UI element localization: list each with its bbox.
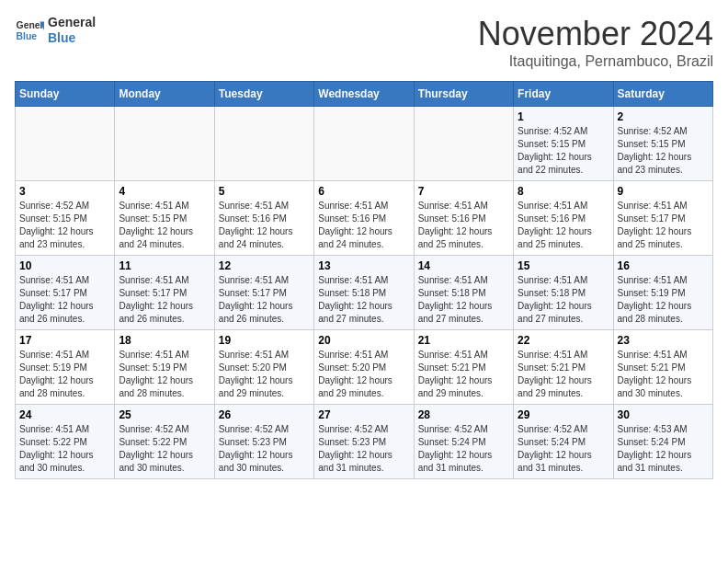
calendar-cell <box>414 107 513 181</box>
calendar-cell: 21Sunrise: 4:51 AMSunset: 5:21 PMDayligh… <box>414 330 513 405</box>
day-number: 6 <box>318 185 409 198</box>
day-info: Sunrise: 4:52 AMSunset: 5:23 PMDaylight:… <box>219 423 310 475</box>
day-info: Sunrise: 4:52 AMSunset: 5:22 PMDaylight:… <box>119 423 210 475</box>
day-number: 27 <box>318 408 409 421</box>
day-number: 24 <box>19 408 110 421</box>
calendar-cell <box>314 107 414 181</box>
day-number: 19 <box>219 334 310 347</box>
day-number: 16 <box>618 259 709 272</box>
day-number: 15 <box>518 259 609 272</box>
calendar-cell: 25Sunrise: 4:52 AMSunset: 5:22 PMDayligh… <box>115 405 214 479</box>
calendar-cell: 11Sunrise: 4:51 AMSunset: 5:17 PMDayligh… <box>115 256 214 330</box>
calendar-week-1: 1Sunrise: 4:52 AMSunset: 5:15 PMDaylight… <box>16 107 713 181</box>
calendar-week-5: 24Sunrise: 4:51 AMSunset: 5:22 PMDayligh… <box>16 405 713 479</box>
calendar-cell: 28Sunrise: 4:52 AMSunset: 5:24 PMDayligh… <box>414 405 513 479</box>
day-number: 20 <box>318 334 409 347</box>
day-info: Sunrise: 4:51 AMSunset: 5:21 PMDaylight:… <box>618 349 709 400</box>
logo-text: General Blue <box>48 15 96 46</box>
calendar-cell: 16Sunrise: 4:51 AMSunset: 5:19 PMDayligh… <box>613 256 712 330</box>
calendar-cell: 3Sunrise: 4:52 AMSunset: 5:15 PMDaylight… <box>16 181 115 256</box>
weekday-header-thursday: Thursday <box>414 82 513 107</box>
calendar-cell: 27Sunrise: 4:52 AMSunset: 5:23 PMDayligh… <box>314 405 414 479</box>
location-title: Itaquitinga, Pernambuco, Brazil <box>478 53 713 70</box>
calendar-cell: 19Sunrise: 4:51 AMSunset: 5:20 PMDayligh… <box>214 330 313 405</box>
calendar-cell: 10Sunrise: 4:51 AMSunset: 5:17 PMDayligh… <box>16 256 115 330</box>
day-info: Sunrise: 4:51 AMSunset: 5:17 PMDaylight:… <box>119 274 210 326</box>
logo-line1: General <box>48 15 96 30</box>
page-header: General Blue General Blue November 2024 … <box>15 15 713 70</box>
calendar-cell: 18Sunrise: 4:51 AMSunset: 5:19 PMDayligh… <box>115 330 214 405</box>
calendar-cell: 1Sunrise: 4:52 AMSunset: 5:15 PMDaylight… <box>514 107 613 181</box>
calendar-cell: 17Sunrise: 4:51 AMSunset: 5:19 PMDayligh… <box>16 330 115 405</box>
day-info: Sunrise: 4:52 AMSunset: 5:23 PMDaylight:… <box>318 423 409 475</box>
day-number: 18 <box>119 334 210 347</box>
logo: General Blue General Blue <box>15 15 96 46</box>
calendar-cell: 14Sunrise: 4:51 AMSunset: 5:18 PMDayligh… <box>414 256 513 330</box>
calendar-cell: 29Sunrise: 4:52 AMSunset: 5:24 PMDayligh… <box>514 405 613 479</box>
day-info: Sunrise: 4:51 AMSunset: 5:17 PMDaylight:… <box>618 200 709 251</box>
day-number: 7 <box>418 185 509 198</box>
weekday-header-saturday: Saturday <box>613 82 712 107</box>
day-info: Sunrise: 4:51 AMSunset: 5:18 PMDaylight:… <box>418 274 509 326</box>
day-number: 23 <box>618 334 709 347</box>
day-info: Sunrise: 4:51 AMSunset: 5:16 PMDaylight:… <box>219 200 310 251</box>
day-number: 28 <box>418 408 509 421</box>
day-number: 11 <box>119 259 210 272</box>
day-number: 29 <box>518 408 609 421</box>
month-title: November 2024 <box>478 15 713 53</box>
day-number: 30 <box>618 408 709 421</box>
day-number: 4 <box>119 185 210 198</box>
day-number: 9 <box>618 185 709 198</box>
day-number: 14 <box>418 259 509 272</box>
day-info: Sunrise: 4:51 AMSunset: 5:19 PMDaylight:… <box>618 274 709 326</box>
calendar-cell: 5Sunrise: 4:51 AMSunset: 5:16 PMDaylight… <box>214 181 313 256</box>
day-info: Sunrise: 4:51 AMSunset: 5:16 PMDaylight:… <box>418 200 509 251</box>
day-number: 17 <box>19 334 110 347</box>
day-number: 21 <box>418 334 509 347</box>
title-block: November 2024 Itaquitinga, Pernambuco, B… <box>478 15 713 70</box>
day-number: 10 <box>19 259 110 272</box>
calendar-body: 1Sunrise: 4:52 AMSunset: 5:15 PMDaylight… <box>16 107 713 479</box>
calendar-cell: 22Sunrise: 4:51 AMSunset: 5:21 PMDayligh… <box>514 330 613 405</box>
day-info: Sunrise: 4:51 AMSunset: 5:18 PMDaylight:… <box>518 274 609 326</box>
calendar-cell: 24Sunrise: 4:51 AMSunset: 5:22 PMDayligh… <box>16 405 115 479</box>
day-info: Sunrise: 4:52 AMSunset: 5:15 PMDaylight:… <box>618 125 709 177</box>
day-number: 13 <box>318 259 409 272</box>
calendar-cell: 20Sunrise: 4:51 AMSunset: 5:20 PMDayligh… <box>314 330 414 405</box>
calendar-cell: 2Sunrise: 4:52 AMSunset: 5:15 PMDaylight… <box>613 107 712 181</box>
day-info: Sunrise: 4:51 AMSunset: 5:20 PMDaylight:… <box>318 349 409 400</box>
calendar-header: SundayMondayTuesdayWednesdayThursdayFrid… <box>16 82 713 107</box>
day-info: Sunrise: 4:52 AMSunset: 5:24 PMDaylight:… <box>418 423 509 475</box>
calendar-cell <box>214 107 313 181</box>
day-number: 25 <box>119 408 210 421</box>
day-number: 26 <box>219 408 310 421</box>
calendar-week-2: 3Sunrise: 4:52 AMSunset: 5:15 PMDaylight… <box>16 181 713 256</box>
day-info: Sunrise: 4:51 AMSunset: 5:20 PMDaylight:… <box>219 349 310 400</box>
day-info: Sunrise: 4:53 AMSunset: 5:24 PMDaylight:… <box>618 423 709 475</box>
calendar-cell: 12Sunrise: 4:51 AMSunset: 5:17 PMDayligh… <box>214 256 313 330</box>
logo-icon: General Blue <box>15 16 44 45</box>
calendar-cell <box>16 107 115 181</box>
weekday-header-sunday: Sunday <box>16 82 115 107</box>
day-info: Sunrise: 4:51 AMSunset: 5:19 PMDaylight:… <box>19 349 110 400</box>
svg-text:General: General <box>17 20 44 30</box>
calendar-cell: 23Sunrise: 4:51 AMSunset: 5:21 PMDayligh… <box>613 330 712 405</box>
day-info: Sunrise: 4:51 AMSunset: 5:16 PMDaylight:… <box>518 200 609 251</box>
day-number: 3 <box>19 185 110 198</box>
day-info: Sunrise: 4:51 AMSunset: 5:17 PMDaylight:… <box>219 274 310 326</box>
day-info: Sunrise: 4:52 AMSunset: 5:24 PMDaylight:… <box>518 423 609 475</box>
day-number: 1 <box>518 110 609 123</box>
day-number: 2 <box>618 110 709 123</box>
day-info: Sunrise: 4:52 AMSunset: 5:15 PMDaylight:… <box>19 200 110 251</box>
calendar-cell <box>115 107 214 181</box>
weekday-header-monday: Monday <box>115 82 214 107</box>
weekday-header-tuesday: Tuesday <box>214 82 313 107</box>
day-number: 22 <box>518 334 609 347</box>
calendar-cell: 13Sunrise: 4:51 AMSunset: 5:18 PMDayligh… <box>314 256 414 330</box>
calendar-cell: 26Sunrise: 4:52 AMSunset: 5:23 PMDayligh… <box>214 405 313 479</box>
day-info: Sunrise: 4:51 AMSunset: 5:15 PMDaylight:… <box>119 200 210 251</box>
weekday-header-wednesday: Wednesday <box>314 82 414 107</box>
calendar-cell: 7Sunrise: 4:51 AMSunset: 5:16 PMDaylight… <box>414 181 513 256</box>
calendar-cell: 8Sunrise: 4:51 AMSunset: 5:16 PMDaylight… <box>514 181 613 256</box>
calendar-cell: 4Sunrise: 4:51 AMSunset: 5:15 PMDaylight… <box>115 181 214 256</box>
